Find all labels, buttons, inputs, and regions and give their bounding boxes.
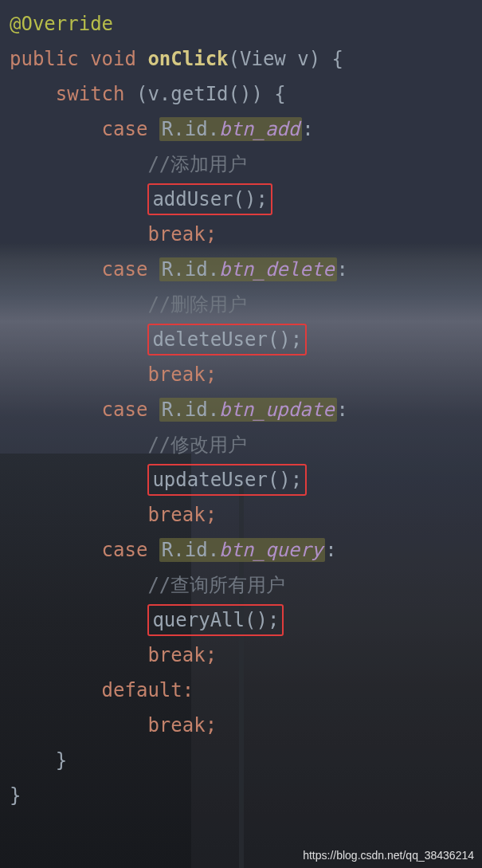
comment: //删除用户 <box>147 293 247 316</box>
highlight-box: queryAll(); <box>147 604 284 636</box>
code-screenshot: @Override public void onClick(View v) { … <box>0 0 482 868</box>
annotation: @Override <box>10 13 113 35</box>
highlight-box: deleteUser(); <box>147 324 307 355</box>
break-kw: break; <box>147 223 217 245</box>
resource-id: R.id.btn_add <box>159 117 302 141</box>
param-name: v <box>297 48 308 70</box>
comment: //添加用户 <box>147 153 247 175</box>
watermark: https://blog.csdn.net/qq_38436214 <box>303 849 474 862</box>
resource-id: R.id.btn_update <box>159 398 337 422</box>
highlight-box: updateUser(); <box>147 464 307 496</box>
resource-id: R.id.btn_query <box>159 538 325 562</box>
modifiers: public void <box>10 48 136 70</box>
resource-id: R.id.btn_delete <box>159 257 337 281</box>
comment: //修改用户 <box>147 434 247 456</box>
method-name: onClick <box>147 48 228 70</box>
default-label: default: <box>102 679 194 701</box>
param-type: View <box>240 48 286 70</box>
comment: //查询所有用户 <box>147 574 285 596</box>
switch-kw: switch <box>56 83 125 105</box>
highlight-box: addUser(); <box>147 183 272 215</box>
code-block: @Override public void onClick(View v) { … <box>10 6 348 813</box>
default-break: break; <box>147 714 217 736</box>
case-kw: case <box>102 118 148 140</box>
